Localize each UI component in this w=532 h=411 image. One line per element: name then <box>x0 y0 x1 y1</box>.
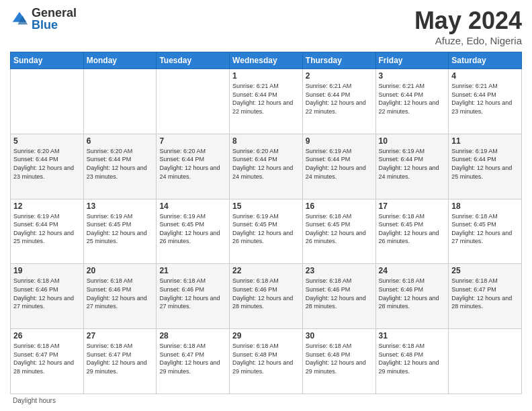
table-row: 7Sunrise: 6:20 AM Sunset: 6:44 PM Daylig… <box>157 134 230 199</box>
table-row: 16Sunrise: 6:18 AM Sunset: 6:45 PM Dayli… <box>302 199 375 264</box>
col-saturday: Saturday <box>449 52 522 69</box>
day-number: 12 <box>13 201 81 211</box>
col-thursday: Thursday <box>302 52 375 69</box>
header-row: Sunday Monday Tuesday Wednesday Thursday… <box>11 52 522 69</box>
calendar-week-1: 1Sunrise: 6:21 AM Sunset: 6:44 PM Daylig… <box>11 69 522 134</box>
day-info: Sunrise: 6:21 AM Sunset: 6:44 PM Dayligh… <box>451 82 519 116</box>
day-number: 14 <box>159 201 226 211</box>
calendar-header: Sunday Monday Tuesday Wednesday Thursday… <box>11 52 522 69</box>
day-number: 16 <box>306 201 373 211</box>
day-info: Sunrise: 6:21 AM Sunset: 6:44 PM Dayligh… <box>232 82 300 116</box>
table-row: 9Sunrise: 6:19 AM Sunset: 6:44 PM Daylig… <box>302 134 375 199</box>
day-info: Sunrise: 6:19 AM Sunset: 6:44 PM Dayligh… <box>306 147 373 181</box>
day-info: Sunrise: 6:18 AM Sunset: 6:46 PM Dayligh… <box>159 277 226 310</box>
day-number: 13 <box>87 201 154 211</box>
day-info: Sunrise: 6:20 AM Sunset: 6:44 PM Dayligh… <box>87 147 154 181</box>
day-number: 8 <box>232 136 300 146</box>
day-number: 29 <box>232 331 300 340</box>
day-info: Sunrise: 6:18 AM Sunset: 6:48 PM Dayligh… <box>379 342 446 375</box>
day-number: 2 <box>306 71 373 81</box>
day-number: 15 <box>232 201 300 211</box>
table-row: 2Sunrise: 6:21 AM Sunset: 6:44 PM Daylig… <box>302 69 375 134</box>
table-row: 6Sunrise: 6:20 AM Sunset: 6:44 PM Daylig… <box>83 134 157 199</box>
table-row: 13Sunrise: 6:19 AM Sunset: 6:45 PM Dayli… <box>83 199 157 264</box>
title-block: May 2024 Afuze, Edo, Nigeria <box>414 7 522 46</box>
day-number: 18 <box>451 201 519 211</box>
col-tuesday: Tuesday <box>157 52 230 69</box>
day-info: Sunrise: 6:18 AM Sunset: 6:45 PM Dayligh… <box>379 212 446 246</box>
day-number: 7 <box>159 136 226 146</box>
table-row: 10Sunrise: 6:19 AM Sunset: 6:44 PM Dayli… <box>375 134 449 199</box>
day-info: Sunrise: 6:19 AM Sunset: 6:45 PM Dayligh… <box>87 212 154 246</box>
day-number: 30 <box>306 331 373 340</box>
day-number: 21 <box>159 266 226 275</box>
table-row: 30Sunrise: 6:18 AM Sunset: 6:48 PM Dayli… <box>302 329 375 394</box>
logo: General Blue <box>10 7 77 31</box>
day-number: 27 <box>87 331 154 340</box>
calendar-table: Sunday Monday Tuesday Wednesday Thursday… <box>10 52 522 394</box>
table-row: 3Sunrise: 6:21 AM Sunset: 6:44 PM Daylig… <box>375 69 449 134</box>
day-info: Sunrise: 6:18 AM Sunset: 6:47 PM Dayligh… <box>159 342 226 375</box>
calendar-week-2: 5Sunrise: 6:20 AM Sunset: 6:44 PM Daylig… <box>11 134 522 199</box>
calendar-body: 1Sunrise: 6:21 AM Sunset: 6:44 PM Daylig… <box>11 69 522 394</box>
day-number: 17 <box>379 201 446 211</box>
day-number: 20 <box>87 266 154 275</box>
table-row <box>83 69 157 134</box>
day-info: Sunrise: 6:18 AM Sunset: 6:48 PM Dayligh… <box>232 342 300 375</box>
table-row: 25Sunrise: 6:18 AM Sunset: 6:47 PM Dayli… <box>449 264 522 329</box>
day-number: 31 <box>379 331 446 340</box>
page: General Blue May 2024 Afuze, Edo, Nigeri… <box>0 0 532 411</box>
day-number: 5 <box>13 136 81 146</box>
day-info: Sunrise: 6:18 AM Sunset: 6:45 PM Dayligh… <box>451 212 519 246</box>
day-info: Sunrise: 6:18 AM Sunset: 6:47 PM Dayligh… <box>87 342 154 375</box>
day-info: Sunrise: 6:20 AM Sunset: 6:44 PM Dayligh… <box>232 147 300 181</box>
day-info: Sunrise: 6:21 AM Sunset: 6:44 PM Dayligh… <box>306 82 373 116</box>
day-info: Sunrise: 6:18 AM Sunset: 6:45 PM Dayligh… <box>306 212 373 246</box>
col-monday: Monday <box>83 52 157 69</box>
table-row: 11Sunrise: 6:19 AM Sunset: 6:44 PM Dayli… <box>449 134 522 199</box>
day-number: 3 <box>379 71 446 81</box>
col-friday: Friday <box>375 52 449 69</box>
day-number: 28 <box>159 331 226 340</box>
logo-icon <box>10 9 29 28</box>
day-number: 4 <box>451 71 519 81</box>
day-info: Sunrise: 6:20 AM Sunset: 6:44 PM Dayligh… <box>13 147 81 181</box>
table-row: 24Sunrise: 6:18 AM Sunset: 6:46 PM Dayli… <box>375 264 449 329</box>
header: General Blue May 2024 Afuze, Edo, Nigeri… <box>10 7 522 46</box>
day-number: 11 <box>451 136 519 146</box>
footer-note: Daylight hours <box>10 397 522 404</box>
table-row <box>157 69 230 134</box>
table-row: 8Sunrise: 6:20 AM Sunset: 6:44 PM Daylig… <box>230 134 303 199</box>
calendar-week-3: 12Sunrise: 6:19 AM Sunset: 6:44 PM Dayli… <box>11 199 522 264</box>
logo-blue-text: Blue <box>32 19 77 31</box>
table-row <box>449 329 522 394</box>
table-row: 20Sunrise: 6:18 AM Sunset: 6:46 PM Dayli… <box>83 264 157 329</box>
day-number: 23 <box>306 266 373 275</box>
day-number: 19 <box>13 266 81 275</box>
table-row: 14Sunrise: 6:19 AM Sunset: 6:45 PM Dayli… <box>157 199 230 264</box>
table-row: 27Sunrise: 6:18 AM Sunset: 6:47 PM Dayli… <box>83 329 157 394</box>
day-number: 26 <box>13 331 81 340</box>
day-info: Sunrise: 6:19 AM Sunset: 6:45 PM Dayligh… <box>159 212 226 246</box>
day-info: Sunrise: 6:19 AM Sunset: 6:44 PM Dayligh… <box>13 212 81 246</box>
day-info: Sunrise: 6:20 AM Sunset: 6:44 PM Dayligh… <box>159 147 226 181</box>
table-row: 26Sunrise: 6:18 AM Sunset: 6:47 PM Dayli… <box>11 329 84 394</box>
location: Afuze, Edo, Nigeria <box>414 35 522 46</box>
day-info: Sunrise: 6:18 AM Sunset: 6:46 PM Dayligh… <box>379 277 446 310</box>
table-row: 22Sunrise: 6:18 AM Sunset: 6:46 PM Dayli… <box>230 264 303 329</box>
table-row <box>11 69 84 134</box>
table-row: 21Sunrise: 6:18 AM Sunset: 6:46 PM Dayli… <box>157 264 230 329</box>
table-row: 12Sunrise: 6:19 AM Sunset: 6:44 PM Dayli… <box>11 199 84 264</box>
day-info: Sunrise: 6:19 AM Sunset: 6:44 PM Dayligh… <box>379 147 446 181</box>
logo-text: General Blue <box>32 7 77 31</box>
table-row: 4Sunrise: 6:21 AM Sunset: 6:44 PM Daylig… <box>449 69 522 134</box>
day-number: 10 <box>379 136 446 146</box>
calendar-week-4: 19Sunrise: 6:18 AM Sunset: 6:46 PM Dayli… <box>11 264 522 329</box>
table-row: 15Sunrise: 6:19 AM Sunset: 6:45 PM Dayli… <box>230 199 303 264</box>
day-number: 25 <box>451 266 519 275</box>
day-number: 1 <box>232 71 300 81</box>
day-info: Sunrise: 6:18 AM Sunset: 6:46 PM Dayligh… <box>306 277 373 310</box>
day-info: Sunrise: 6:19 AM Sunset: 6:44 PM Dayligh… <box>451 147 519 181</box>
month-title: May 2024 <box>414 7 522 35</box>
table-row: 28Sunrise: 6:18 AM Sunset: 6:47 PM Dayli… <box>157 329 230 394</box>
